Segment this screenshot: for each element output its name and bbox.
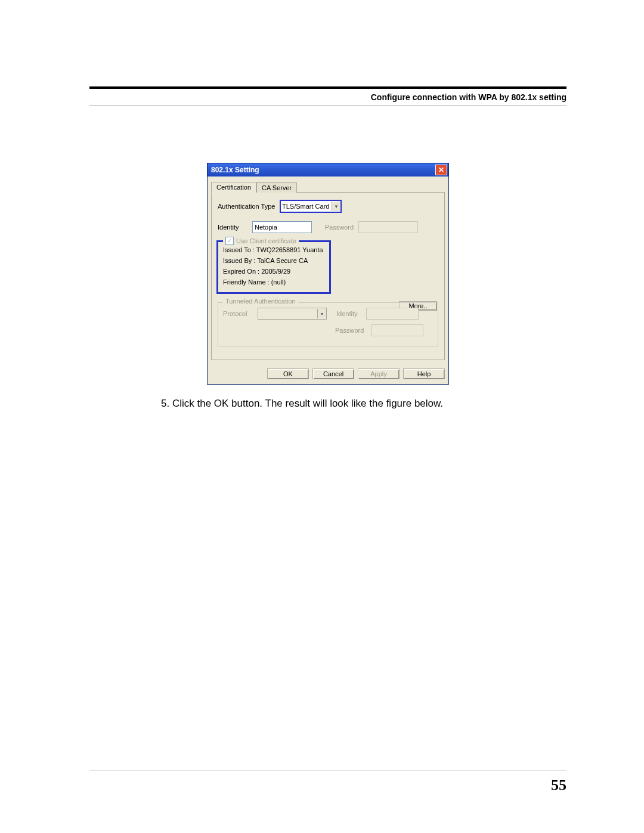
tunneled-legend: Tunneled Authentication	[223, 298, 298, 305]
cert-expired-on: Expired On : 2005/9/29	[223, 266, 324, 277]
tunneled-password-input	[371, 324, 423, 336]
client-cert-group: ✓ Use Client certificate Issued To : TWQ…	[216, 240, 331, 294]
figure-caption: 5. Click the OK button. The result will …	[89, 398, 566, 410]
cancel-button[interactable]: Cancel	[312, 368, 354, 379]
tunneled-auth-group: Tunneled Authentication Protocol ▾ Ident…	[218, 302, 438, 346]
page-header-title: Configure connection with WPA by 802.1x …	[89, 92, 566, 106]
help-button[interactable]: Help	[403, 368, 445, 379]
identity-label: Identity	[218, 224, 252, 231]
tunneled-identity-label: Identity	[336, 310, 366, 317]
protocol-label: Protocol	[223, 310, 258, 317]
apply-button: Apply	[358, 368, 400, 379]
password-label: Password	[312, 224, 354, 231]
page-number: 55	[551, 776, 566, 794]
dialog-8021x-setting: 802.1x Setting ✕ Certification CA Server…	[207, 163, 449, 385]
chevron-down-icon[interactable]: ▼	[332, 202, 340, 211]
auth-type-label: Authentication Type	[218, 203, 280, 210]
tab-certification[interactable]: Certification	[211, 182, 256, 193]
identity-input[interactable]: Netopia	[252, 221, 312, 233]
ok-button[interactable]: OK	[267, 368, 309, 379]
close-icon[interactable]: ✕	[435, 165, 447, 175]
cert-issued-to: Issued To : TWQ22658891 Yuanta	[223, 244, 324, 255]
cert-issued-by: Issued By : TaiCA Secure CA	[223, 255, 324, 266]
use-client-cert-label: Use Client certificate	[236, 237, 296, 244]
dialog-title: 802.1x Setting	[211, 166, 259, 174]
password-input	[358, 221, 418, 233]
dialog-titlebar: 802.1x Setting ✕	[208, 163, 448, 176]
cert-friendly-name: Friendly Name : (null)	[223, 277, 324, 287]
tab-ca-server[interactable]: CA Server	[256, 182, 297, 193]
auth-type-select[interactable]: TLS/Smart Card ▼	[280, 200, 342, 213]
tunneled-password-label: Password	[335, 327, 371, 334]
protocol-select: ▾	[258, 308, 327, 320]
auth-type-value: TLS/Smart Card	[282, 203, 329, 210]
use-client-cert-checkbox: ✓	[225, 237, 234, 245]
chevron-down-icon: ▾	[317, 309, 326, 318]
tunneled-identity-input	[366, 308, 419, 320]
